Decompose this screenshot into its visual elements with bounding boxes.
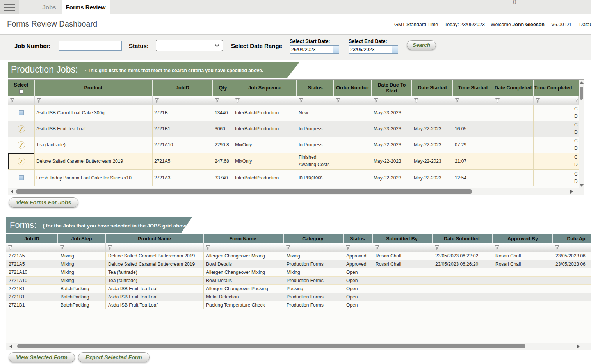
column-header-status[interactable]: Status	[297, 80, 334, 96]
scroll-right-arrow[interactable]	[577, 344, 580, 348]
table-row[interactable]: 2721A5MixingDeluxe Salted Caramel Butter…	[6, 260, 591, 268]
table-row[interactable]: ✓Deluxe Salted Caramel Buttercream 20192…	[8, 153, 584, 170]
filter-cell[interactable]	[106, 243, 204, 252]
column-header-category[interactable]: Category:	[284, 234, 344, 243]
column-header-select[interactable]: Select	[8, 80, 35, 96]
column-header-job-step[interactable]: Job Step	[58, 234, 106, 243]
jobs-horizontal-scrollbar[interactable]	[8, 188, 584, 195]
jobs-vertical-scrollbar[interactable]	[579, 80, 584, 188]
filter-cell[interactable]	[493, 96, 534, 105]
filter-cell[interactable]	[453, 96, 493, 105]
table-row[interactable]: 2721A5MixingDeluxe Salted Caramel Butter…	[6, 252, 591, 260]
select-cell[interactable]: ✓	[8, 153, 35, 169]
filter-cell[interactable]	[373, 243, 433, 252]
end-date-input[interactable]	[349, 45, 392, 54]
select-cell[interactable]: ✓	[8, 121, 35, 137]
filter-funnel-icon	[336, 98, 340, 103]
filter-cell[interactable]	[8, 96, 35, 105]
column-header-time-started[interactable]: Time Started	[453, 80, 493, 96]
horizontal-scroll-thumb[interactable]	[16, 189, 472, 194]
filter-cell[interactable]	[493, 243, 553, 252]
filter-cell[interactable]	[284, 243, 344, 252]
table-row[interactable]: 2721B1BatchPackingAsda ISB Fruit Tea Loa…	[6, 301, 591, 309]
export-selected-form-button[interactable]: Export Selected Form	[78, 352, 150, 362]
select-cell[interactable]	[8, 170, 35, 186]
scroll-down-arrow[interactable]	[580, 184, 584, 187]
column-header-product-name[interactable]: Product Name	[106, 234, 204, 243]
column-header-date-started[interactable]: Date Started	[412, 80, 453, 96]
vertical-scroll-thumb[interactable]	[580, 87, 583, 100]
start-date-picker-button[interactable]: –	[333, 45, 339, 54]
table-row[interactable]: ✓Tea (fairtrade)2721A102290.8MixOnlyIn P…	[8, 137, 584, 153]
filter-cell[interactable]	[204, 243, 284, 252]
row-checkbox-unchecked[interactable]	[19, 110, 24, 115]
hamburger-menu-icon[interactable]	[0, 0, 19, 14]
filter-cell[interactable]	[213, 96, 233, 105]
column-header-qty[interactable]: Qty	[213, 80, 233, 96]
filter-cell[interactable]	[58, 243, 106, 252]
filter-cell[interactable]	[153, 96, 213, 105]
filter-cell[interactable]	[233, 96, 297, 105]
filter-cell[interactable]	[534, 96, 573, 105]
row-checkbox-unchecked[interactable]	[19, 175, 24, 180]
filter-cell[interactable]	[433, 243, 493, 252]
select-cell[interactable]: ✓	[8, 137, 35, 153]
table-row[interactable]: Fresh Today Banana Loaf Cake for Slices …	[8, 170, 584, 186]
filter-cell[interactable]	[344, 243, 373, 252]
forms-grid: Job IDJob StepProduct NameForm Name:Cate…	[6, 234, 591, 350]
horizontal-scroll-thumb[interactable]	[17, 344, 525, 348]
end-date-picker-button[interactable]: –	[392, 45, 398, 54]
job-number-input[interactable]	[59, 41, 122, 51]
column-header-form-name[interactable]: Form Name:	[204, 234, 284, 243]
cell-job-id: 2721A10	[6, 268, 58, 276]
column-header-date-due-to-start[interactable]: Date Due To Start	[372, 80, 412, 96]
filter-cell[interactable]	[372, 96, 412, 105]
column-header-approved-by[interactable]: Approved By	[493, 234, 553, 243]
column-header-date-submitted[interactable]: Date Submitted:	[433, 234, 493, 243]
cell-date-submitted	[433, 285, 493, 293]
filter-cell[interactable]	[573, 96, 579, 105]
search-button[interactable]: Search	[407, 40, 436, 50]
view-selected-form-button[interactable]: View Selected Form	[9, 352, 75, 362]
scroll-up-arrow[interactable]	[580, 81, 584, 84]
column-header-date-completed[interactable]: Date Completed	[493, 80, 534, 96]
column-header-status[interactable]: Status:	[344, 234, 373, 243]
cell-job-step: Mixing	[58, 252, 106, 260]
status-dropdown[interactable]	[156, 40, 223, 51]
table-row[interactable]: ✓Asda ISB Fruit Tea Loaf2721B13060InterB…	[8, 121, 584, 137]
filter-funnel-icon	[495, 98, 500, 103]
table-row[interactable]: 2721A10MixingTea (fairtrade)Bowl Details…	[6, 277, 591, 285]
column-header-product[interactable]: Product	[35, 80, 153, 96]
filter-cell[interactable]	[553, 243, 591, 252]
scroll-left-arrow[interactable]	[11, 190, 13, 194]
start-date-input[interactable]	[290, 45, 333, 54]
table-row[interactable]: 2721B1BatchPackingAsda ISB Fruit Tea Loa…	[6, 293, 591, 301]
filter-cell[interactable]	[6, 243, 58, 252]
filter-cell[interactable]	[35, 96, 153, 105]
column-header-job-sequence[interactable]: Job Sequence	[233, 80, 297, 96]
tab-jobs[interactable]: Jobs	[34, 0, 65, 14]
column-header-time-completed[interactable]: Time Completed	[534, 80, 573, 96]
filter-cell[interactable]	[297, 96, 334, 105]
filter-cell[interactable]	[412, 96, 453, 105]
table-row[interactable]: 2721A10MixingTea (fairtrade)Allergen Cha…	[6, 268, 591, 277]
scroll-right-arrow[interactable]	[570, 190, 573, 194]
filter-cell[interactable]	[334, 96, 372, 105]
table-row[interactable]: Asda ISB Carrot Loaf Cake 300g2721B13440…	[8, 105, 584, 121]
cell-job-sequence: InterBatchProduction	[233, 170, 297, 186]
table-row[interactable]: 2721B1BatchPackingAsda ISB Fruit Tea Loa…	[6, 285, 591, 293]
column-header-date-ap[interactable]: Date Ap	[553, 234, 591, 243]
scroll-left-arrow[interactable]	[9, 344, 12, 348]
filter-funnel-icon	[60, 245, 64, 250]
column-header-jobid[interactable]: JobID	[153, 80, 213, 96]
column-header-submitted-by[interactable]: Submitted By:	[373, 234, 433, 243]
forms-horizontal-scrollbar[interactable]	[6, 343, 591, 350]
select-all-checkbox[interactable]	[19, 89, 23, 94]
select-cell[interactable]	[8, 105, 35, 121]
cell-date-started: May-22-2023	[412, 137, 453, 153]
cell-category: Packing	[284, 285, 344, 293]
tab-forms-review[interactable]: Forms Review	[62, 0, 110, 14]
view-forms-for-jobs-button[interactable]: View Forms For Jobs	[9, 197, 78, 208]
column-header-order-number[interactable]: Order Number	[334, 80, 372, 96]
column-header-job-id[interactable]: Job ID	[6, 234, 58, 243]
